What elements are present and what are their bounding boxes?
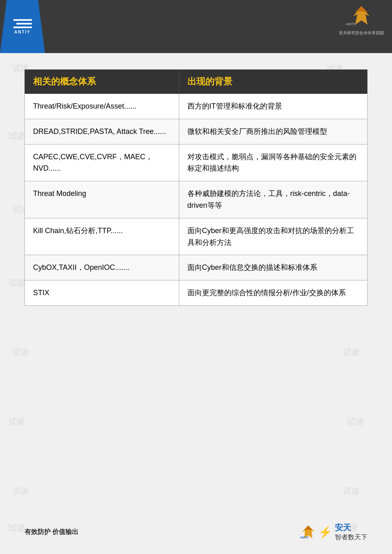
svg-text:ANTIY: ANTIY xyxy=(346,22,357,26)
watermark: 试读 xyxy=(8,416,24,427)
table-row: STIX面向更完整的综合性的情报分析/作业/交换的体系 xyxy=(25,280,368,306)
footer-brand-name: 安天 xyxy=(335,522,351,533)
concept-table: 相关的概念体系 出现的背景 Threat/Risk/Exposure/Asset… xyxy=(24,69,368,306)
table-row: Kill Chain,钻石分析,TTP......面向Cyber和更高强度的攻击… xyxy=(25,218,368,255)
table-row: Threat Modeling各种威胁建模的方法论，工具，risk-centri… xyxy=(25,181,368,218)
watermark: 试读 xyxy=(12,486,29,497)
table-cell-right: 面向更完整的综合性的情报分析/作业/交换的体系 xyxy=(179,280,367,306)
table-cell-right: 微软和相关安全厂商所推出的风险管理模型 xyxy=(179,119,367,144)
logo: ANTIY xyxy=(0,0,45,53)
col2-header: 出现的背景 xyxy=(179,70,367,94)
watermark: 试读 xyxy=(343,347,359,358)
table-cell-left: Threat/Risk/Exposure/Asset...... xyxy=(25,94,179,119)
logo-line-3 xyxy=(13,27,32,28)
lightning-icon: ⚡ xyxy=(318,525,332,539)
brand-text: 安天研究安全令许享四国 xyxy=(339,30,384,36)
main-content: 相关的概念体系 出现的背景 Threat/Risk/Exposure/Asset… xyxy=(0,53,392,318)
footer-logo: ANTIY ⚡ xyxy=(300,525,332,539)
table-row: CybOX,TAXII，OpenIOC.......面向Cyber和信息交换的描… xyxy=(25,255,368,280)
table-cell-left: STIX xyxy=(25,280,179,306)
table-cell-left: Threat Modeling xyxy=(25,181,179,218)
table-cell-left: Kill Chain,钻石分析,TTP...... xyxy=(25,218,179,255)
brand-logo: ANTIY xyxy=(345,4,378,29)
logo-lines xyxy=(13,19,32,28)
col1-header: 相关的概念体系 xyxy=(25,70,179,94)
watermark: 试读 xyxy=(343,486,359,497)
svg-text:ANTIY: ANTIY xyxy=(300,536,309,539)
logo-line-2 xyxy=(16,23,32,24)
table-cell-right: 面向Cyber和更高强度的攻击和对抗的场景的分析工具和分析方法 xyxy=(179,218,367,255)
footer-left-text: 有效防护 价值输出 xyxy=(24,528,78,536)
table-cell-right: 对攻击模式，脆弱点，漏洞等各种基础的安全元素的标定和描述结构 xyxy=(179,144,367,181)
table-cell-left: CybOX,TAXII，OpenIOC....... xyxy=(25,255,179,280)
footer-right: ANTIY ⚡ 安天 智者数天下 xyxy=(300,522,368,542)
watermark: 试读 xyxy=(347,416,363,427)
table-cell-right: 各种威胁建模的方法论，工具，risk-centric，data-driven等等 xyxy=(179,181,367,218)
table-cell-left: CAPEC,CWE,CVE,CVRF，MAEC，NVD...... xyxy=(25,144,179,181)
watermark: 试读 xyxy=(12,347,29,358)
footer: 有效防护 价值输出 ANTIY ⚡ 安天 智者数天下 xyxy=(0,522,392,542)
table-cell-right: 面向Cyber和信息交换的描述和标准体系 xyxy=(179,255,367,280)
header: ANTIY ANTIY 安天研究安全令许享四国 xyxy=(0,0,392,53)
table-row: DREAD,STRIDE,PASTA, Attack Tree......微软和… xyxy=(25,119,368,144)
svg-marker-1 xyxy=(355,6,368,12)
logo-text: ANTIY xyxy=(14,30,31,34)
header-brand: ANTIY 安天研究安全令许享四国 xyxy=(339,4,384,36)
footer-slogan: 智者数天下 xyxy=(335,533,368,542)
table-row: Threat/Risk/Exposure/Asset......西方的IT管理和… xyxy=(25,94,368,119)
table-cell-right: 西方的IT管理和标准化的背景 xyxy=(179,94,367,119)
table-cell-left: DREAD,STRIDE,PASTA, Attack Tree...... xyxy=(25,119,179,144)
table-row: CAPEC,CWE,CVE,CVRF，MAEC，NVD......对攻击模式，脆… xyxy=(25,144,368,181)
logo-line-1 xyxy=(13,19,32,21)
